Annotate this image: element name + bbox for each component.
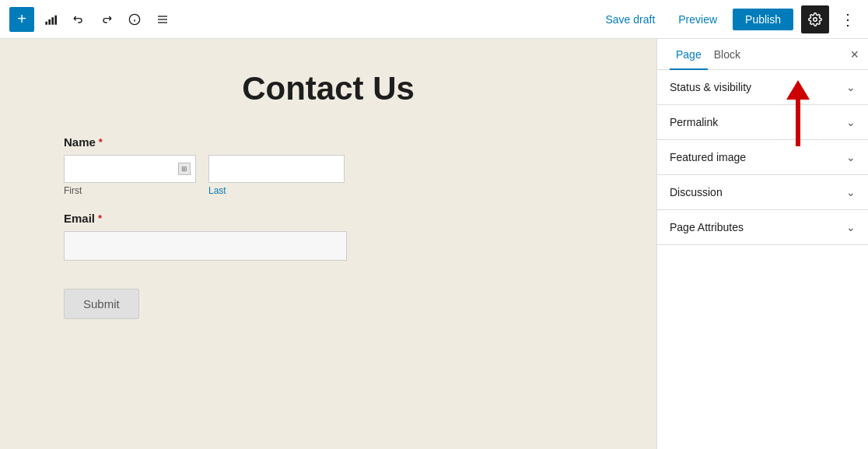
first-sub-label: First	[64, 185, 196, 196]
submit-button[interactable]: Submit	[64, 289, 139, 319]
list-view-button[interactable]	[151, 8, 174, 31]
first-name-input[interactable]: ⊞	[64, 155, 196, 183]
page-title: Contact Us	[64, 70, 593, 107]
section-permalink[interactable]: Permalink ⌄	[657, 105, 868, 140]
last-name-input[interactable]	[208, 155, 345, 183]
canvas: Contact Us Name * ⊞ First Last	[0, 39, 656, 449]
more-options-button[interactable]: ⋮	[837, 10, 859, 29]
settings-button[interactable]	[801, 5, 829, 33]
toolbar-left: +	[9, 7, 591, 32]
section-permalink-label: Permalink	[670, 116, 718, 128]
email-section: Email *	[64, 212, 593, 261]
info-button[interactable]	[123, 8, 146, 31]
section-featured-image-label: Featured image	[670, 151, 746, 163]
sidebar: Page Block × Status & visibility ⌄ Perma…	[656, 39, 868, 449]
preview-button[interactable]: Preview	[670, 9, 725, 30]
section-featured-image[interactable]: Featured image ⌄	[657, 140, 868, 175]
name-required-star: *	[99, 136, 103, 148]
chevron-icon: ⌄	[846, 186, 856, 198]
tab-page[interactable]: Page	[670, 39, 708, 70]
chevron-icon: ⌄	[846, 116, 856, 128]
save-draft-button[interactable]: Save draft	[597, 9, 663, 30]
sidebar-tabs: Page Block ×	[657, 39, 868, 70]
toolbar-right: Save draft Preview Publish ⋮	[597, 5, 859, 33]
email-label: Email *	[64, 212, 593, 225]
name-section: Name * ⊞ First Last	[64, 135, 593, 196]
chevron-icon: ⌄	[846, 81, 856, 93]
sidebar-sections: Status & visibility ⌄ Permalink ⌄ Featur…	[657, 70, 868, 449]
chevron-icon: ⌄	[846, 221, 856, 233]
email-input[interactable]	[64, 231, 347, 261]
svg-point-6	[814, 17, 817, 21]
publish-button[interactable]: Publish	[733, 9, 793, 30]
sidebar-close-button[interactable]: ×	[847, 43, 862, 65]
section-status-visibility[interactable]: Status & visibility ⌄	[657, 70, 868, 105]
undo-button[interactable]	[67, 8, 90, 31]
add-block-button[interactable]: +	[9, 7, 34, 32]
email-required-star: *	[98, 212, 102, 224]
last-sub-label: Last	[208, 185, 345, 196]
main-area: Contact Us Name * ⊞ First Last	[0, 39, 868, 449]
section-discussion[interactable]: Discussion ⌄	[657, 175, 868, 210]
toolbar: + Save draft Preview Publish ⋮	[0, 0, 868, 39]
section-page-attributes[interactable]: Page Attributes ⌄	[657, 210, 868, 245]
section-discussion-label: Discussion	[670, 186, 723, 198]
last-name-field: Last	[208, 155, 345, 196]
chevron-icon: ⌄	[846, 151, 856, 163]
input-icon: ⊞	[178, 163, 191, 175]
section-status-label: Status & visibility	[670, 81, 751, 93]
redo-button[interactable]	[95, 8, 118, 31]
section-page-attributes-label: Page Attributes	[670, 221, 744, 233]
canvas-inner: Contact Us Name * ⊞ First Last	[64, 70, 593, 418]
name-row: ⊞ First Last	[64, 155, 593, 196]
tab-block[interactable]: Block	[708, 39, 747, 70]
tools-icon[interactable]	[39, 8, 62, 31]
first-name-field: ⊞ First	[64, 155, 196, 196]
name-label: Name *	[64, 135, 593, 149]
